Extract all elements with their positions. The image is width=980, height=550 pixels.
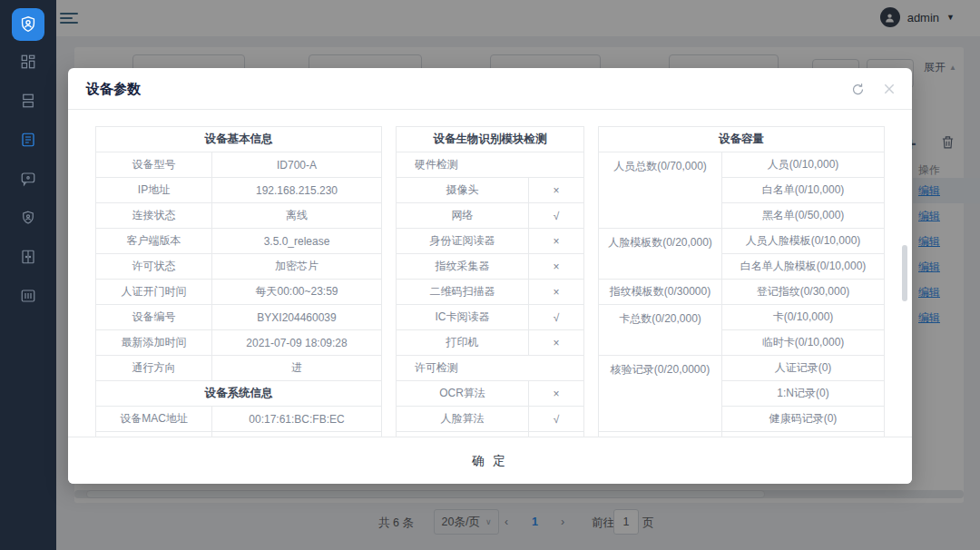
cell-value: ×: [529, 280, 584, 305]
table-row: IC卡阅读器√: [397, 305, 584, 330]
modal-header: 设备参数: [68, 68, 912, 110]
cell-label: 人脸算法: [397, 407, 529, 432]
close-icon[interactable]: [883, 83, 896, 99]
cell-label: 摄像头: [397, 178, 529, 203]
subsection-header: 许可检测: [397, 356, 584, 381]
cell-value: 登记指纹(0/30,000): [722, 280, 885, 305]
table-row: IP地址192.168.215.230: [96, 178, 382, 203]
sidebar-item-device[interactable]: [0, 120, 56, 159]
cell-value: √: [529, 203, 584, 229]
cell-label: 指纹模板数(0/30000): [599, 280, 722, 305]
sidebar-item-organization[interactable]: [0, 81, 56, 120]
modal-scrollbar-thumb[interactable]: [902, 245, 907, 301]
table-row: 指纹模板数(0/30000)登记指纹(0/30,000): [599, 280, 885, 305]
cell-value: BYXI204460039: [212, 305, 382, 330]
app-window: admin ▼ 展开 ▲ + 操作 编辑编辑编辑编辑编辑编辑 共 6 条 20条…: [0, 0, 980, 550]
modal-table-basic: 设备基本信息设备型号ID700-AIP地址192.168.215.230连接状态…: [95, 126, 382, 437]
message-icon: [20, 171, 36, 187]
cell-label: 人证开门时间: [96, 280, 212, 305]
cell-value: 192.168.215.230: [212, 178, 382, 203]
table-row: 指纹采集器×: [397, 254, 584, 280]
cell-label: 最新添加时间: [96, 330, 212, 356]
table-title: 设备生物识别模块检测: [397, 127, 584, 152]
sidebar-item-access-door[interactable]: [0, 237, 56, 276]
table-row: 人脸模板数(0/20,000)人员人脸模板(0/10,000): [599, 229, 885, 254]
modal-table-biometric: 设备生物识别模块检测硬件检测摄像头×网络√身份证阅读器×指纹采集器×二维码扫描器…: [396, 126, 584, 437]
cell-value: 人证记录(0): [722, 356, 885, 381]
cell-label: 客户端版本: [96, 229, 212, 254]
cell-value: 加密芯片: [212, 254, 382, 280]
device-params-modal: 设备参数 设备基本信息设备型号ID700-AIP地址192.168.215.23…: [68, 68, 912, 484]
table-row: 人员总数(0/70,000)人员(0/10,000): [599, 152, 885, 178]
cell-label: 人脸模板数(0/20,000): [599, 229, 722, 280]
table-row: 设备系统信息: [96, 381, 382, 407]
cell-value: 人员人脸模板(0/10,000): [722, 229, 885, 254]
modal-footer: 确 定: [68, 437, 912, 484]
sidebar: [0, 0, 56, 550]
table-row: 二维码扫描器×: [397, 280, 584, 305]
cell-value: √: [529, 305, 584, 330]
sidebar-item-message[interactable]: [0, 159, 56, 198]
sidebar-item-records[interactable]: [0, 276, 56, 315]
table-row: 设备编号BYXI204460039: [96, 305, 382, 330]
cell-value: 健康码记录(0): [722, 407, 885, 432]
table-row: 许可状态加密芯片: [96, 254, 382, 280]
cell-value: ×: [529, 178, 584, 203]
table-row: 人证开门时间每天00:00~23:59: [96, 280, 382, 305]
cell-value: 3.5.0_release: [212, 229, 382, 254]
table-row: 通行方向进: [96, 356, 382, 381]
cell-value: ID700-A: [212, 152, 382, 178]
table-row: 许可检测: [397, 356, 584, 381]
table-row: 摄像头×: [397, 178, 584, 203]
table-row: 打印机×: [397, 330, 584, 356]
table-row: 设备MAC地址00:17:61:BC:FB:EC: [96, 407, 382, 432]
cell-value: 白名单人脸模板(0/10,000): [722, 254, 885, 280]
cell-label: 卡总数(0/20,000): [599, 305, 722, 356]
sidebar-item-dashboard[interactable]: [0, 42, 56, 81]
cell-label: 人员总数(0/70,000): [599, 152, 722, 229]
table-row: 连接状态离线: [96, 203, 382, 229]
cell-label: 通行方向: [96, 356, 212, 381]
cell-value: ×: [529, 330, 584, 356]
cell-value: 卡(0/10,000): [722, 305, 885, 330]
sidebar-nav: [0, 42, 56, 315]
sidebar-item-permission[interactable]: [0, 198, 56, 237]
table-row: 核验记录(0/20,0000)人证记录(0): [599, 356, 885, 381]
cell-label: OCR算法: [397, 381, 529, 407]
cell-value: ×: [529, 254, 584, 280]
modal-table-capacity: 设备容量人员总数(0/70,000)人员(0/10,000)白名单(0/10,0…: [598, 126, 885, 437]
table-row: 卡总数(0/20,000)卡(0/10,000): [599, 305, 885, 330]
cell-label: 设备MAC地址: [96, 407, 212, 432]
cell-value: 进: [212, 356, 382, 381]
app-logo[interactable]: [12, 8, 44, 41]
cell-label: IP地址: [96, 178, 212, 203]
cell-label: 二维码扫描器: [397, 280, 529, 305]
modal-tables: 设备基本信息设备型号ID700-AIP地址192.168.215.230连接状态…: [68, 110, 912, 437]
cell-value: 00:17:61:BC:FB:EC: [212, 407, 382, 432]
cell-value: 黑名单(0/50,000): [722, 203, 885, 229]
refresh-icon[interactable]: [851, 83, 865, 100]
cell-label: 许可状态: [96, 254, 212, 280]
cell-value: 2021-07-09 18:09:28: [212, 330, 382, 356]
access-door-icon: [20, 249, 36, 265]
cell-value: 白名单(0/10,000): [722, 178, 885, 203]
cell-value: 1:N记录(0): [722, 381, 885, 407]
section-header: 设备系统信息: [96, 381, 382, 407]
cell-label: 指纹采集器: [397, 254, 529, 280]
confirm-button[interactable]: 确 定: [472, 453, 508, 469]
table-row: OCR算法×: [397, 381, 584, 407]
table-row: 网络√: [397, 203, 584, 229]
cell-value: ×: [529, 229, 584, 254]
table-row: 客户端版本3.5.0_release: [96, 229, 382, 254]
cell-label: 设备编号: [96, 305, 212, 330]
cell-label: 身份证阅读器: [397, 229, 529, 254]
cell-label: 连接状态: [96, 203, 212, 229]
table-title: 设备基本信息: [96, 127, 382, 152]
table-row: 身份证阅读器×: [397, 229, 584, 254]
cell-value: ×: [529, 381, 584, 407]
dashboard-icon: [20, 54, 36, 70]
permission-icon: [20, 210, 36, 226]
cell-label: 核验记录(0/20,0000): [599, 356, 722, 432]
organization-icon: [20, 93, 36, 109]
table-row: 设备型号ID700-A: [96, 152, 382, 178]
